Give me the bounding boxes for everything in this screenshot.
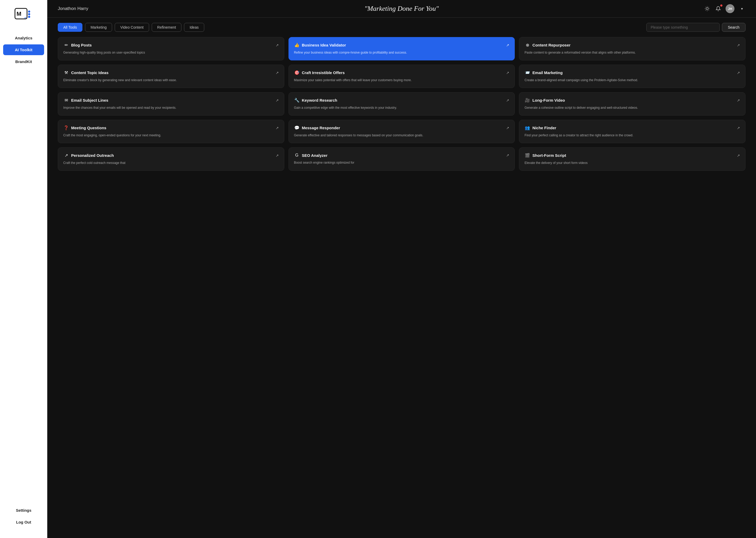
- tool-arrow-blog-posts: ↗: [276, 43, 279, 47]
- tools-container: ✏ Blog Posts ↗ Generating high-quality b…: [47, 37, 756, 538]
- tool-card-header: G SEO Analyzer ↗: [294, 153, 509, 158]
- tool-icon-message-responder: 💬: [294, 125, 300, 130]
- tool-title-short-form-script: Short-Form Script: [532, 153, 566, 158]
- notifications-icon[interactable]: [715, 5, 722, 12]
- tool-title-keyword-research: Keyword Research: [302, 98, 337, 102]
- tool-icon-blog-posts: ✏: [63, 42, 69, 48]
- tool-icon-keyword-research: 🔧: [294, 98, 300, 103]
- tool-card-blog-posts[interactable]: ✏ Blog Posts ↗ Generating high-quality b…: [58, 37, 284, 60]
- tools-grid: ✏ Blog Posts ↗ Generating high-quality b…: [58, 37, 745, 171]
- toolbar: All Tools Marketing Video Content Refine…: [47, 18, 756, 37]
- tool-title-group: ⚒ Content Topic Ideas: [63, 70, 109, 75]
- tool-desc-seo-analyzer: Boost search engine rankings optimized f…: [294, 160, 509, 165]
- sidebar-item-settings[interactable]: Settings: [3, 505, 44, 516]
- tool-card-short-form-script[interactable]: 🎬 Short-Form Script ↗ Elevate the delive…: [519, 147, 745, 171]
- tool-desc-personalized-outreach: Craft the perfect cold outreach message …: [63, 161, 279, 165]
- svg-line-9: [706, 7, 706, 7]
- tool-title-group: 🎬 Short-Form Script: [525, 153, 566, 158]
- svg-text:.ai: .ai: [24, 17, 26, 19]
- tool-icon-content-repurposer: ⊗: [525, 42, 530, 48]
- header-username: Jonathon Harry: [58, 6, 100, 11]
- header-actions: JH ▾: [703, 4, 745, 13]
- search-input[interactable]: [646, 23, 720, 32]
- tool-card-header: 🎬 Short-Form Script ↗: [525, 153, 740, 158]
- tool-icon-email-marketing: 📨: [525, 70, 530, 75]
- tool-card-header: 🎥 Long-Form Video ↗: [525, 98, 740, 103]
- tool-icon-content-topic-ideas: ⚒: [63, 70, 69, 75]
- tool-desc-keyword-research: Gain a competitive edge with the most ef…: [294, 105, 509, 110]
- tool-icon-long-form-video: 🎥: [525, 98, 530, 103]
- tool-desc-email-subject-lines: Improve the chances that your emails wil…: [63, 105, 279, 110]
- tool-title-group: ⊗ Content Repurposer: [525, 42, 570, 48]
- sidebar-item-analytics[interactable]: Analytics: [3, 32, 44, 43]
- svg-line-10: [708, 10, 709, 10]
- logo-area: M .ai: [12, 5, 35, 22]
- tool-arrow-short-form-script: ↗: [737, 153, 740, 158]
- tool-card-keyword-research[interactable]: 🔧 Keyword Research ↗ Gain a competitive …: [289, 92, 515, 116]
- sidebar-item-logout[interactable]: Log Out: [3, 517, 44, 527]
- sidebar: M .ai Analytics AI Toolkit BrandKit Sett…: [0, 0, 47, 538]
- tool-desc-email-marketing: Create a brand-aligned email campaign us…: [525, 78, 740, 82]
- svg-text:M: M: [17, 11, 21, 17]
- tool-icon-meeting-questions: ❓: [63, 125, 69, 130]
- svg-point-3: [28, 13, 30, 15]
- search-button[interactable]: Search: [722, 23, 745, 32]
- tool-desc-short-form-script: Elevate the delivery of your short form …: [525, 161, 740, 165]
- tool-card-meeting-questions[interactable]: ❓ Meeting Questions ↗ Craft the most eng…: [58, 120, 284, 143]
- tool-title-business-idea-validator: Business Idea Validator: [302, 43, 346, 47]
- tool-title-group: 🎯 Craft Irresistible Offers: [294, 70, 345, 75]
- sidebar-item-brandkit[interactable]: BrandKit: [3, 56, 44, 67]
- tool-icon-short-form-script: 🎬: [525, 153, 530, 158]
- tool-card-content-topic-ideas[interactable]: ⚒ Content Topic Ideas ↗ Eliminate creato…: [58, 65, 284, 88]
- sidebar-item-ai-toolkit[interactable]: AI Toolkit: [3, 44, 44, 55]
- tool-card-content-repurposer[interactable]: ⊗ Content Repurposer ↗ Paste content to …: [519, 37, 745, 60]
- tool-card-personalized-outreach[interactable]: ↗ Personalized Outreach ↗ Craft the perf…: [58, 147, 284, 171]
- tool-desc-niche-finder: Find your perfect calling as a creator t…: [525, 133, 740, 138]
- tool-card-email-marketing[interactable]: 📨 Email Marketing ↗ Create a brand-align…: [519, 65, 745, 88]
- tool-title-group: ✉ Email Subject Lines: [63, 98, 109, 103]
- svg-point-6: [706, 8, 708, 10]
- tool-card-seo-analyzer[interactable]: G SEO Analyzer ↗ Boost search engine ran…: [289, 147, 515, 171]
- tool-title-seo-analyzer: SEO Analyzer: [302, 153, 328, 158]
- tool-arrow-niche-finder: ↗: [737, 126, 740, 130]
- tool-title-content-topic-ideas: Content Topic Ideas: [71, 71, 109, 75]
- tool-card-email-subject-lines[interactable]: ✉ Email Subject Lines ↗ Improve the chan…: [58, 92, 284, 116]
- sun-icon[interactable]: [703, 5, 711, 12]
- tool-card-niche-finder[interactable]: 👥 Niche Finder ↗ Find your perfect calli…: [519, 120, 745, 143]
- tool-card-header: ⊗ Content Repurposer ↗: [525, 42, 740, 48]
- tool-arrow-content-repurposer: ↗: [737, 43, 740, 47]
- filter-ideas[interactable]: Ideas: [184, 23, 204, 32]
- filter-refinement[interactable]: Refinement: [152, 23, 182, 32]
- tool-title-niche-finder: Niche Finder: [532, 126, 556, 130]
- chevron-down-icon[interactable]: ▾: [738, 5, 745, 12]
- tool-title-group: 💬 Message Responder: [294, 125, 340, 130]
- filter-video-content[interactable]: Video Content: [115, 23, 149, 32]
- nav-items: Analytics AI Toolkit BrandKit: [0, 32, 47, 505]
- tool-card-header: ↗ Personalized Outreach ↗: [63, 153, 279, 158]
- tool-card-message-responder[interactable]: 💬 Message Responder ↗ Generate effective…: [289, 120, 515, 143]
- notification-badge: [720, 4, 723, 7]
- tool-arrow-long-form-video: ↗: [737, 98, 740, 102]
- filter-all-tools[interactable]: All Tools: [58, 23, 82, 32]
- tool-title-group: 👥 Niche Finder: [525, 125, 556, 130]
- avatar[interactable]: JH: [726, 4, 734, 13]
- svg-point-2: [28, 11, 30, 13]
- tool-card-header: 🎯 Craft Irresistible Offers ↗: [294, 70, 509, 75]
- tool-title-group: ✏ Blog Posts: [63, 42, 92, 48]
- tool-card-craft-irresistible-offers[interactable]: 🎯 Craft Irresistible Offers ↗ Maximize y…: [289, 65, 515, 88]
- tool-card-header: ✏ Blog Posts ↗: [63, 42, 279, 48]
- tool-card-header: 🔧 Keyword Research ↗: [294, 98, 509, 103]
- tool-title-craft-irresistible-offers: Craft Irresistible Offers: [302, 71, 345, 75]
- tool-title-long-form-video: Long-Form Video: [532, 98, 565, 102]
- tool-card-long-form-video[interactable]: 🎥 Long-Form Video ↗ Generate a cohesive …: [519, 92, 745, 116]
- tool-title-personalized-outreach: Personalized Outreach: [71, 153, 114, 158]
- tool-card-business-idea-validator[interactable]: 👍 Business Idea Validator ↗ Refine your …: [289, 37, 515, 60]
- tool-desc-content-topic-ideas: Eliminate creator's block by generating …: [63, 78, 279, 82]
- tool-arrow-business-idea-validator: ↗: [506, 43, 509, 47]
- tool-arrow-email-subject-lines: ↗: [276, 98, 279, 102]
- filter-marketing[interactable]: Marketing: [85, 23, 112, 32]
- tool-desc-meeting-questions: Craft the most engaging, open-ended ques…: [63, 133, 279, 138]
- tool-arrow-message-responder: ↗: [506, 126, 509, 130]
- tool-title-group: 🔧 Keyword Research: [294, 98, 337, 103]
- tool-arrow-seo-analyzer: ↗: [506, 153, 509, 157]
